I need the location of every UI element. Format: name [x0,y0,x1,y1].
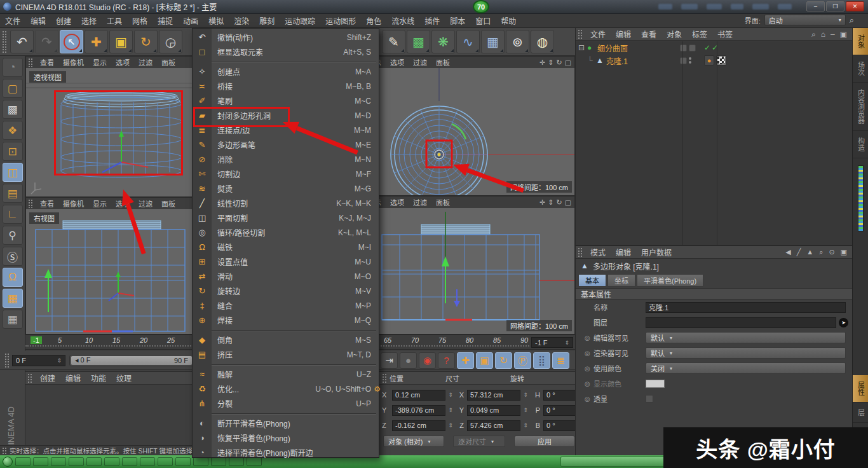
attribute-tab[interactable]: 基本 [578,274,606,287]
redo-button[interactable]: ↷ [35,30,58,53]
key-rotation[interactable]: ↻ [495,352,512,369]
attribute-tab[interactable]: 平滑着色(Phong) [637,274,703,287]
bridge[interactable]: ≍ 桥接 M~B, B [193,79,379,93]
object-menu-item[interactable]: 文件 [585,29,611,39]
expander-icon[interactable]: ⊟ [578,43,587,52]
object-name[interactable]: 细分曲面 [597,43,680,53]
visibility-dots[interactable] [689,57,691,64]
taskbar-app-icon[interactable] [15,457,31,466]
set-point-value[interactable]: ⊞ 设置点值 M~U [193,254,379,269]
panel-icon[interactable]: ▣ [840,30,847,39]
start-button[interactable] [3,457,13,467]
object-menu-item[interactable]: 对象 [661,29,687,39]
taskbar-app-icon[interactable] [69,457,84,466]
panel-grip[interactable] [28,199,34,208]
bevel[interactable]: ◆ 倒角 M~S [193,333,379,347]
spinner-icon[interactable]: ⇕ [564,340,569,346]
panel-grip[interactable] [27,373,33,383]
workplane-mode[interactable]: ❖ [3,121,23,140]
viewport-nav-icon[interactable]: ⇕ [548,59,553,67]
panel-grip[interactable] [578,29,583,39]
editor-visibility-toggle[interactable] [680,57,687,64]
move-tool[interactable]: ✚ [85,30,108,53]
key-parameter[interactable]: Ⓟ [514,352,531,369]
search-icon[interactable]: ⌕ [850,15,854,25]
menubar-item[interactable]: 角色 [361,13,386,28]
color-swatch[interactable] [646,380,665,388]
viewport-nav-icon[interactable]: ✛ [539,198,545,207]
taskbar-app-icon[interactable] [33,457,48,466]
gear-icon[interactable]: ⚙ [374,385,381,394]
last-tool[interactable]: ◶ [159,30,182,53]
snap-s-tool[interactable]: Ⓢ [3,247,23,266]
menubar-item[interactable]: 捕捉 [153,13,178,28]
menubar-item[interactable]: 创建 [51,13,76,28]
create-point[interactable]: ✧ 创建点 M~A [193,64,379,79]
viewport-menu-item[interactable]: 摄像机 [58,198,88,209]
points-mode[interactable]: ⊡ [3,142,23,161]
taskbar-app-icon[interactable] [86,457,102,466]
close-button[interactable]: ✕ [846,1,864,11]
polygons-mode[interactable]: ▤ [3,184,23,203]
viewport-solo-mode[interactable]: ⚲ [3,226,23,245]
viewport-menu-item[interactable]: 显示 [88,57,111,67]
taskbar-app-icon[interactable] [51,457,66,466]
spinner-icon[interactable]: ⇕ [447,392,454,398]
iron[interactable]: ≋ 熨烫 M~G [193,181,379,196]
slide[interactable]: ⇄ 滑动 M~O [193,269,379,284]
attribute-menu-item[interactable]: 编辑 [611,247,636,258]
size-input[interactable]: 57.312 cm [467,390,520,401]
position-input[interactable]: -389.076 cm [392,405,445,416]
menu-item[interactable] [193,59,379,64]
menubar-item[interactable]: 文件 [0,13,25,28]
subdivision-surface-tool[interactable]: ▩ [407,30,430,53]
edges-mode[interactable]: ◫ [3,163,23,182]
menubar-item[interactable]: 雕刻 [254,13,280,28]
minus-icon[interactable]: ‒ [831,30,835,39]
key-point-level[interactable]: ⣿ [533,352,550,369]
object-row-clone[interactable]: └ ▲ 克隆.1 ● [576,54,852,67]
panel-grip[interactable] [578,247,583,257]
layer-picker-icon[interactable]: ➤ [839,318,848,327]
menu-item[interactable] [193,327,379,333]
viewport-menu-item[interactable]: 面板 [157,57,180,67]
material-menu-item[interactable]: 创建 [35,373,60,383]
keyframe-selection[interactable]: ? [438,352,455,369]
interface-dropdown[interactable]: 启动▾ [764,15,846,25]
spinner-icon[interactable]: ⇕ [447,407,454,413]
optimize[interactable]: ♻ 优化... U~O, U~Shift+O ⚙ [193,382,379,396]
menu-item[interactable] [193,411,379,416]
history-back-icon[interactable]: ◀ [785,248,790,256]
restore-button[interactable]: ❐ [826,1,844,11]
viewport-nav-icon[interactable]: ⇕ [548,198,553,207]
frame-selected-elements[interactable]: ◻ 框显选取元素 Alt+S, S [193,45,379,59]
spinner-icon[interactable]: ⇕ [522,407,529,413]
scale-tool[interactable]: ▣ [109,30,133,53]
panel-icon[interactable]: ▣ [841,248,847,256]
object-name[interactable]: 克隆.1 [606,55,680,66]
menubar-item[interactable]: 插件 [419,13,445,28]
rotate-tool[interactable]: ↻ [134,30,158,53]
section-header[interactable]: 基本属性 [576,288,852,299]
enable-axis-mode[interactable]: ∟ [3,205,23,224]
object-menu-item[interactable]: 编辑 [611,29,636,39]
viewport-nav-icon[interactable]: ✛ [539,59,545,67]
record-active-objects[interactable]: ● [400,352,417,369]
break-phong-shading[interactable]: ◐ 断开平滑着色(Phong) [193,416,379,430]
viewport-menu-item[interactable]: 显示 [88,198,111,209]
melt[interactable]: ≈ 融解 U~Z [193,367,379,382]
size-input[interactable]: 0.049 cm [467,405,520,416]
side-tab[interactable]: 层 [853,403,868,423]
menubar-item[interactable]: 窗口 [470,13,496,28]
select-phong-break-edges[interactable]: ◔ 选择平滑着色(Phong)断开边 [193,445,379,460]
goto-end[interactable]: ⇥ [381,352,398,369]
unbreak-phong-shading[interactable]: ◑ 恢复平滑着色(Phong) [193,430,379,445]
texture-tag-icon[interactable] [716,55,726,65]
viewport-menu-item[interactable]: 选项 [386,57,409,67]
panel-grip[interactable] [28,58,34,67]
spinner-icon[interactable]: ⇕ [522,422,529,429]
key-scale[interactable]: ▣ [476,352,493,369]
attribute-tab[interactable]: 坐标 [607,274,635,287]
history-up-icon[interactable]: ▲ [806,248,813,256]
edge-cut[interactable]: ✄ 切割边 M~F [193,167,379,181]
